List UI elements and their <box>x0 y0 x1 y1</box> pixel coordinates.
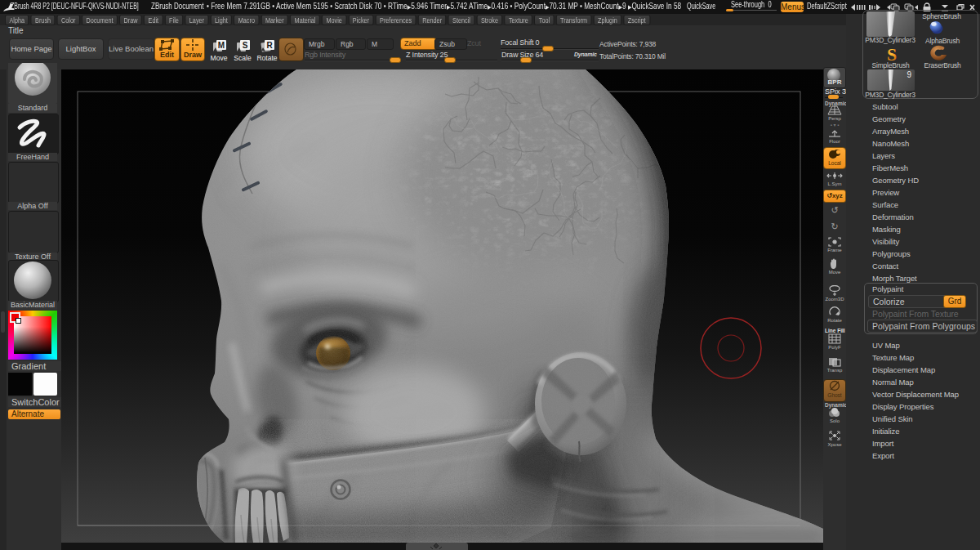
svg-text:S: S <box>242 41 247 50</box>
svg-text:M: M <box>217 41 224 50</box>
svg-text:S: S <box>887 45 897 63</box>
svg-text:R: R <box>266 41 273 50</box>
svg-text:BPR: BPR <box>828 78 842 86</box>
